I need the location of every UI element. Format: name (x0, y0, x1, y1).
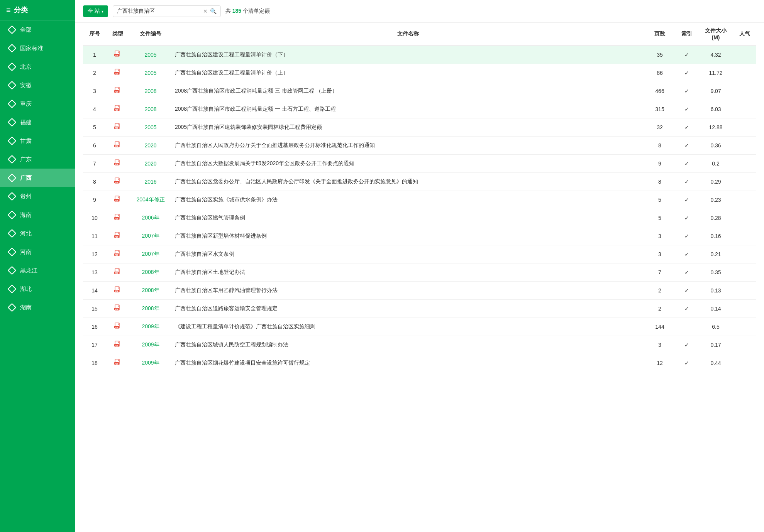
table-row[interactable]: 10 PDF 2006年 广西壮族自治区燃气管理条例 5 ✓ 0.28 (83, 209, 756, 227)
sidebar-item-chongqing[interactable]: 重庆 (0, 95, 75, 113)
cell-name[interactable]: 广西壮族自治区水文条例 (172, 245, 644, 263)
diamond-icon (8, 303, 16, 312)
cell-popularity (733, 209, 756, 227)
cell-name[interactable]: 广西壮族自治区新型墙体材料促进条例 (172, 227, 644, 245)
cell-name[interactable]: 广西壮族自治区建设工程工程量清单计价（下） (172, 46, 644, 64)
sidebar-item-fujian[interactable]: 福建 (0, 113, 75, 132)
cell-code: 2009年 (129, 336, 172, 354)
table-row[interactable]: 13 PDF 2008年 广西壮族自治区土地登记办法 7 ✓ 0.35 (83, 263, 756, 282)
cell-popularity (733, 155, 756, 173)
cell-name[interactable]: 广西壮族自治区建设工程工程量清单计价（上） (172, 64, 644, 82)
cell-name[interactable]: 广西壮族自治区燃气管理条例 (172, 209, 644, 227)
pdf-icon: PDF (114, 105, 121, 113)
sidebar-item-guangxi[interactable]: 广西 (0, 169, 75, 187)
sidebar-item-all[interactable]: 全部 (0, 20, 75, 39)
cell-index: ✓ (675, 82, 698, 100)
cell-size: 0.17 (698, 336, 733, 354)
sidebar-item-hebei[interactable]: 河北 (0, 224, 75, 243)
svg-text:PDF: PDF (115, 363, 119, 365)
cell-name[interactable]: 广西壮族自治区大数据发展局关于印发2020年全区政务公开工作要点的通知 (172, 155, 644, 173)
table-row[interactable]: 17 PDF 2009年 广西壮族自治区城镇人民防空工程规划编制办法 3 ✓ 0… (83, 336, 756, 354)
diamond-icon (8, 155, 16, 164)
table-row[interactable]: 12 PDF 2007年 广西壮族自治区水文条例 3 ✓ 0.21 (83, 245, 756, 263)
svg-text:PDF: PDF (115, 327, 119, 329)
table-row[interactable]: 3 PDF 2008 2008广西壮族自治区市政工程消耗量定额 三 市政管网工程… (83, 82, 756, 100)
cell-type: PDF (106, 227, 129, 245)
sidebar-item-hainan[interactable]: 海南 (0, 206, 75, 224)
table-row[interactable]: 9 PDF 2004年修正 广西壮族自治区实施《城市供水条例》办法 5 ✓ 0.… (83, 191, 756, 209)
cell-pages: 8 (644, 137, 675, 155)
site-selector[interactable]: 全 站 ▾ (83, 5, 108, 17)
cell-type: PDF (106, 64, 129, 82)
col-header-size: 文件大小(M) (698, 23, 733, 46)
sidebar-header: ≡ 分类 (0, 0, 75, 20)
cell-popularity (733, 118, 756, 137)
cell-name[interactable]: 广西壮族自治区烟花爆竹建设项目安全设施许可暂行规定 (172, 354, 644, 372)
cell-name[interactable]: 广西壮族自治区党委办公厅、自治区人民政府办公厅印发《关于全面推进政务公开的实施意… (172, 173, 644, 191)
cell-code: 2004年修正 (129, 191, 172, 209)
table-row[interactable]: 14 PDF 2008年 广西壮族自治区车用乙醇汽油管理暂行办法 2 ✓ 0.1… (83, 282, 756, 300)
table-row[interactable]: 16 PDF 2009年 《建设工程工程量清单计价规范》广西壮族自治区实施细则 … (83, 318, 756, 336)
sidebar-item-beijing[interactable]: 北京 (0, 57, 75, 76)
cell-type: PDF (106, 191, 129, 209)
table-row[interactable]: 7 PDF 2020 广西壮族自治区大数据发展局关于印发2020年全区政务公开工… (83, 155, 756, 173)
table-row[interactable]: 6 PDF 2020 广西壮族自治区人民政府办公厅关于全面推进基层政务公开标准化… (83, 137, 756, 155)
cell-name[interactable]: 2008广西壮族自治区市政工程消耗量定额 三 市政管网工程 （上册） (172, 82, 644, 100)
cell-pages: 32 (644, 118, 675, 137)
cell-pages: 5 (644, 209, 675, 227)
sidebar-item-heilongjiang[interactable]: 黑龙江 (0, 261, 75, 280)
cell-seq: 14 (83, 282, 106, 300)
cell-name[interactable]: 广西壮族自治区土地登记办法 (172, 263, 644, 282)
cell-name[interactable]: 2008广西壮族自治区市政工程消耗量定额 一 土石方工程、道路工程 (172, 100, 644, 118)
cell-name[interactable]: 《建设工程工程量清单计价规范》广西壮族自治区实施细则 (172, 318, 644, 336)
table-row[interactable]: 11 PDF 2007年 广西壮族自治区新型墙体材料促进条例 3 ✓ 0.16 (83, 227, 756, 245)
cell-index: ✓ (675, 354, 698, 372)
table-row[interactable]: 15 PDF 2008年 广西壮族自治区道路旅客运输安全管理规定 2 ✓ 0.1… (83, 300, 756, 318)
cell-popularity (733, 263, 756, 282)
sidebar-item-hunan[interactable]: 湖南 (0, 298, 75, 317)
sidebar-item-gansu[interactable]: 甘肃 (0, 132, 75, 150)
table-row[interactable]: 1 PDF 2005 广西壮族自治区建设工程工程量清单计价（下） 35 ✓ 4.… (83, 46, 756, 64)
search-input[interactable] (117, 8, 201, 14)
cell-size: 0.16 (698, 227, 733, 245)
table-row[interactable]: 4 PDF 2008 2008广西壮族自治区市政工程消耗量定额 一 土石方工程、… (83, 100, 756, 118)
pdf-icon: PDF (114, 268, 121, 277)
cell-name[interactable]: 广西壮族自治区实施《城市供水条例》办法 (172, 191, 644, 209)
table-row[interactable]: 5 PDF 2005 2005广西壮族自治区建筑装饰装修安装园林绿化工程费用定额… (83, 118, 756, 137)
cell-code: 2020 (129, 137, 172, 155)
cell-seq: 7 (83, 155, 106, 173)
cell-code: 2007年 (129, 245, 172, 263)
table-row[interactable]: 2 PDF 2005 广西壮族自治区建设工程工程量清单计价（上） 86 ✓ 11… (83, 64, 756, 82)
table-row[interactable]: 18 PDF 2009年 广西壮族自治区烟花爆竹建设项目安全设施许可暂行规定 1… (83, 354, 756, 372)
sidebar-item-anhui[interactable]: 安徽 (0, 76, 75, 95)
cell-name[interactable]: 广西壮族自治区道路旅客运输安全管理规定 (172, 300, 644, 318)
sidebar-item-guangdong[interactable]: 广东 (0, 150, 75, 169)
sidebar-item-label: 湖北 (20, 285, 32, 293)
pdf-icon: PDF (114, 159, 121, 168)
cell-name[interactable]: 广西壮族自治区车用乙醇汽油管理暂行办法 (172, 282, 644, 300)
cell-type: PDF (106, 245, 129, 263)
cell-popularity (733, 318, 756, 336)
search-icon[interactable]: 🔍 (210, 8, 217, 14)
cell-size: 11.72 (698, 64, 733, 82)
col-header-index: 索引 (675, 23, 698, 46)
sidebar-item-national[interactable]: 国家标准 (0, 39, 75, 57)
cell-type: PDF (106, 263, 129, 282)
cell-pages: 466 (644, 82, 675, 100)
diamond-icon (8, 81, 16, 90)
clear-icon[interactable]: ✕ (203, 8, 208, 14)
cell-pages: 7 (644, 263, 675, 282)
col-header-name: 文件名称 (172, 23, 644, 46)
sidebar-item-guizhou[interactable]: 贵州 (0, 187, 75, 206)
sidebar-item-label: 重庆 (20, 100, 32, 108)
cell-name[interactable]: 广西壮族自治区城镇人民防空工程规划编制办法 (172, 336, 644, 354)
cell-name[interactable]: 2005广西壮族自治区建筑装饰装修安装园林绿化工程费用定额 (172, 118, 644, 137)
table-row[interactable]: 8 PDF 2016 广西壮族自治区党委办公厅、自治区人民政府办公厅印发《关于全… (83, 173, 756, 191)
cell-name[interactable]: 广西壮族自治区人民政府办公厅关于全面推进基层政务公开标准化规范化工作的通知 (172, 137, 644, 155)
cell-type: PDF (106, 354, 129, 372)
sidebar-item-henan[interactable]: 河南 (0, 243, 75, 261)
cell-seq: 8 (83, 173, 106, 191)
sidebar-item-hubei[interactable]: 湖北 (0, 280, 75, 298)
col-header-type: 类型 (106, 23, 129, 46)
diamond-icon (8, 248, 16, 256)
